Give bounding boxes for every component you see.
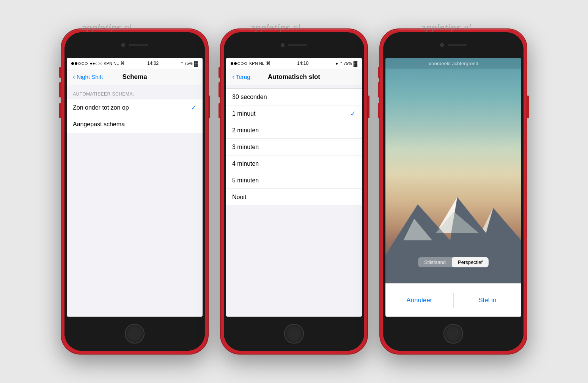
wallpaper-header-text: Voorbeeld achtergrond: [428, 61, 478, 66]
mountain-illustration: [385, 183, 521, 283]
front-camera: [121, 43, 125, 47]
speaker-2: [288, 44, 307, 46]
item-label-2-0: 30 seconden: [232, 94, 267, 100]
item-label-2-5: 5 minuten: [232, 177, 259, 184]
stilstaand-button[interactable]: Stilstaand: [418, 257, 452, 267]
back-label-2[interactable]: Terug: [236, 74, 250, 80]
wallpaper-screen: Voorbeeld achtergrond: [385, 58, 521, 317]
list-item-2-0[interactable]: 30 seconden: [226, 89, 362, 105]
nav-title-2: Automatisch slot: [268, 73, 320, 81]
home-button-3[interactable]: [443, 324, 463, 344]
item-label-1-1: Aangepast schema: [73, 121, 125, 128]
nav-bar-2: ‹ Terug Automatisch slot: [226, 69, 362, 85]
front-camera-2: [281, 43, 285, 47]
power-button-2[interactable]: [368, 96, 369, 118]
home-button-1[interactable]: [125, 324, 145, 344]
section-header-1: AUTOMATISEER SCHEMA:: [67, 85, 203, 99]
list-item-2-5[interactable]: 5 minuten: [226, 172, 362, 189]
checkmark-2-1: ✓: [350, 110, 356, 118]
item-label-2-1: 1 minuut: [232, 110, 255, 117]
nav-bar-1: ‹ Night Shift Schema: [67, 69, 203, 85]
phone-3: Voorbeeld achtergrond: [379, 28, 527, 355]
nav-title-1: Schema: [122, 73, 147, 81]
list-group-1: Zon onder tot zon op ✓ Aangepast schema: [67, 99, 203, 133]
battery-icon-1: ▓: [194, 60, 198, 66]
time-2: 14:10: [297, 61, 308, 66]
list-item-2-3[interactable]: 3 minuten: [226, 139, 362, 155]
phone-2: KPN NL ⌘ 14:10 ► * 75% ▓ ‹ Terug: [220, 28, 368, 355]
mute-button[interactable]: [59, 67, 61, 78]
perspective-toggle[interactable]: Stilstaand Perspectief: [418, 257, 489, 267]
item-label-2-3: 3 minuten: [232, 144, 259, 151]
speaker: [129, 44, 148, 46]
carrier-label-2: KPN NL: [249, 61, 264, 66]
battery-label-1: 75%: [184, 61, 193, 66]
list-item-2-4[interactable]: 4 minuten: [226, 155, 362, 172]
front-camera-3: [440, 43, 444, 47]
bluetooth-icon-2: *: [340, 61, 342, 66]
battery-label-2: 75%: [344, 61, 352, 66]
volume-down-button-3[interactable]: [378, 103, 380, 118]
list-item-2-2[interactable]: 2 minuten: [226, 122, 362, 139]
power-button-3[interactable]: [527, 96, 529, 118]
time-1: 14:02: [147, 61, 159, 66]
volume-down-button-2[interactable]: [219, 103, 220, 118]
item-label-2-4: 4 minuten: [232, 160, 259, 167]
back-button-1[interactable]: ‹ Night Shift: [73, 73, 103, 81]
status-bar-1: ●●○○○ KPN NL ⌘ 14:02 * 75% ▓: [67, 58, 203, 69]
volume-up-button-2[interactable]: [219, 82, 220, 97]
annuleer-button[interactable]: Annuleer: [385, 284, 453, 317]
perspectief-label: Perspectief: [458, 259, 483, 265]
phone-1: ●●○○○ KPN NL ⌘ 14:02 * 75% ▓ ‹ Night Shi…: [61, 28, 209, 355]
list-item-2-1[interactable]: 1 minuut ✓: [226, 105, 362, 122]
perspectief-button[interactable]: Perspectief: [452, 257, 489, 267]
volume-down-button[interactable]: [59, 103, 61, 118]
item-label-2-2: 2 minuten: [232, 127, 259, 134]
mute-button-2[interactable]: [219, 67, 220, 78]
wifi-icon-2: ⌘: [266, 61, 270, 66]
wifi-icon-1: ⌘: [120, 61, 125, 66]
checkmark-1-0: ✓: [191, 104, 197, 112]
list-item-1-0[interactable]: Zon onder tot zon op ✓: [67, 99, 203, 116]
list-group-2: 30 seconden 1 minuut ✓ 2 minuten 3 minut…: [226, 88, 362, 206]
list-item-1-1[interactable]: Aangepast schema: [67, 116, 203, 133]
status-bar-2: KPN NL ⌘ 14:10 ► * 75% ▓: [226, 58, 362, 69]
speaker-3: [448, 44, 467, 46]
stel-in-button[interactable]: Stel in: [454, 284, 522, 317]
location-icon-2: ►: [335, 61, 339, 66]
back-label-1[interactable]: Night Shift: [77, 74, 103, 80]
carrier-label-1: ●●○○○ KPN NL: [90, 61, 119, 66]
annuleer-label: Annuleer: [406, 297, 432, 304]
battery-icon-2: ▓: [354, 60, 357, 66]
volume-up-button-3[interactable]: [378, 82, 380, 97]
item-label-1-0: Zon onder tot zon op: [73, 104, 129, 111]
volume-up-button[interactable]: [59, 82, 61, 97]
home-button-2[interactable]: [284, 324, 304, 344]
stilstaand-label: Stilstaand: [424, 259, 446, 265]
wallpaper-header: Voorbeeld achtergrond: [385, 58, 521, 69]
list-item-2-6[interactable]: Nooit: [226, 189, 362, 206]
wallpaper-bottom-bar: Annuleer Stel in: [385, 283, 521, 317]
power-button[interactable]: [208, 96, 210, 118]
bluetooth-icon-1: *: [181, 61, 182, 66]
chevron-icon-1: ‹: [73, 73, 75, 81]
stel-in-label: Stel in: [478, 297, 496, 304]
back-button-2[interactable]: ‹ Terug: [232, 73, 250, 81]
mute-button-3[interactable]: [378, 67, 380, 78]
chevron-icon-2: ‹: [232, 73, 234, 81]
item-label-2-6: Nooit: [232, 194, 246, 201]
